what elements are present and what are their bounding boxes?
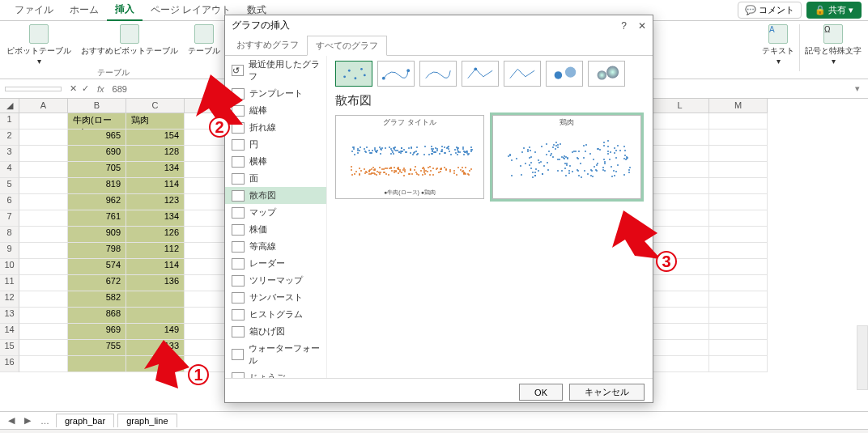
radar-icon [232, 258, 245, 270]
col-A[interactable]: A [19, 99, 68, 113]
cat-surface[interactable]: 等高線 [225, 238, 326, 255]
col-L[interactable]: L [651, 99, 709, 113]
table-icon [194, 24, 214, 44]
tab-insert[interactable]: 挿入 [107, 0, 143, 21]
sheet-more[interactable]: … [37, 416, 53, 426]
chart-preview-1[interactable]: グラフ タイトル ●牛肉(ロース) ●鶏肉 [335, 115, 484, 199]
recommended-pivot-button[interactable]: おすすめピボットテーブル [81, 24, 178, 66]
cell-B1[interactable]: 牛肉(ロース) [68, 113, 126, 129]
pivot-table-button[interactable]: ピボットテーブル▾ [6, 24, 71, 66]
surface-icon [232, 241, 245, 253]
corner[interactable]: ◢ [0, 99, 19, 113]
sheet-tabs: ◀ ▶ … graph_bar graph_line [0, 411, 868, 429]
col-B[interactable]: B [68, 99, 126, 113]
sheet-prev[interactable]: ◀ [5, 415, 18, 426]
scatter-subtypes [335, 61, 645, 87]
cat-scatter[interactable]: 散布図 [225, 187, 326, 204]
boxplot-icon [232, 326, 245, 337]
cat-radar[interactable]: レーダー [225, 255, 326, 272]
subtype-bubble-3d[interactable] [588, 61, 625, 87]
dialog-tabs: おすすめグラフ すべてのグラフ [225, 36, 653, 56]
svg-point-6 [406, 69, 410, 72]
group-label-tables: テーブル [97, 67, 130, 79]
table-button[interactable]: テーブル [188, 24, 220, 66]
svg-point-8 [555, 71, 563, 79]
table-label: テーブル [188, 45, 220, 57]
preview1-title: グラフ タイトル [336, 116, 483, 129]
text-button[interactable]: Aテキスト▾ [762, 24, 794, 66]
row-1[interactable]: 1 [0, 113, 19, 129]
fx-cancel[interactable]: ✕ [70, 83, 77, 94]
svg-point-7 [474, 67, 477, 70]
cell-A1[interactable] [19, 113, 68, 129]
sunburst-icon [232, 292, 245, 304]
svg-point-9 [565, 66, 576, 77]
subtype-scatter-lines[interactable] [504, 61, 541, 87]
name-box[interactable] [5, 87, 62, 91]
formula-value[interactable]: 689 [113, 84, 127, 94]
cat-sunburst[interactable]: サンバースト [225, 289, 326, 306]
dialog-tab-all[interactable]: すべてのグラフ [307, 36, 387, 56]
cat-waterfall[interactable]: ウォーターフォール [225, 340, 326, 369]
sheet-tab-graph-line[interactable]: graph_line [117, 414, 177, 427]
insert-chart-dialog: グラフの挿入 ? ✕ おすすめグラフ すべてのグラフ ↺最近使用したグラフ テン… [224, 15, 653, 403]
cat-map[interactable]: マップ [225, 204, 326, 221]
cat-recent[interactable]: ↺最近使用したグラフ [225, 56, 326, 85]
chart-preview-2[interactable]: 鶏肉 [492, 115, 641, 199]
symbol-label: 記号と特殊文字 [805, 45, 862, 57]
subtype-scatter-smooth[interactable] [419, 61, 457, 87]
comment-button[interactable]: 💬 コメント [738, 2, 802, 19]
cat-template[interactable]: テンプレート [225, 85, 326, 102]
pivot-table-icon [29, 24, 49, 44]
pivot-table-label: ピボットテーブル [6, 45, 71, 57]
vertical-scrollbar[interactable] [857, 325, 868, 390]
ok-button[interactable]: OK [519, 384, 563, 401]
subtype-bubble[interactable] [546, 61, 583, 87]
dialog-title: グラフの挿入 [232, 19, 290, 32]
cat-stock[interactable]: 株価 [225, 221, 326, 238]
map-icon [232, 207, 245, 219]
tab-file[interactable]: ファイル [6, 0, 62, 20]
ribbon-group-tables: ピボットテーブル▾ おすすめピボットテーブル テーブル テーブル [6, 24, 220, 79]
subtype-scatter[interactable] [335, 61, 372, 87]
rec-pivot-label: おすすめピボットテーブル [81, 45, 178, 57]
cat-boxplot[interactable]: 箱ひげ図 [225, 323, 326, 340]
cat-histogram[interactable]: ヒストグラム [225, 306, 326, 323]
scatter-section-title: 散布図 [335, 93, 645, 108]
cat-pie[interactable]: 円 [225, 136, 326, 153]
subtype-scatter-smooth-markers[interactable] [377, 61, 415, 87]
text-label: テキスト [762, 45, 794, 57]
cancel-button[interactable]: キャンセル [569, 384, 645, 401]
preview2-title: 鶏肉 [493, 116, 640, 129]
fx-confirm[interactable]: ✓ [82, 83, 89, 94]
cat-area[interactable]: 面 [225, 170, 326, 187]
sheet-tab-graph-bar[interactable]: graph_bar [56, 414, 114, 427]
status-bar: 準備完了 ☆ アクセシビリティ: 検討が必要です 平均: 442.7800325… [0, 429, 868, 433]
sheet-next[interactable]: ▶ [21, 415, 34, 426]
dialog-titlebar: グラフの挿入 ? ✕ [225, 15, 653, 36]
cell-C1[interactable]: 鶏肉 [126, 113, 185, 129]
stock-icon [232, 224, 245, 236]
svg-point-10 [598, 70, 606, 79]
col-C[interactable]: C [126, 99, 185, 113]
dialog-close-icon[interactable]: ✕ [638, 20, 646, 32]
cat-treemap[interactable]: ツリーマップ [225, 272, 326, 289]
fx-label[interactable]: fx [97, 84, 104, 94]
cat-line[interactable]: 折れ線 [225, 119, 326, 136]
waterfall-icon [232, 349, 244, 360]
cat-bar[interactable]: 横棒 [225, 153, 326, 170]
cat-column[interactable]: 縦棒 [225, 102, 326, 119]
symbol-button[interactable]: Ω記号と特殊文字▾ [805, 24, 862, 66]
tab-home[interactable]: ホーム [62, 0, 107, 20]
histogram-icon [232, 309, 245, 321]
omega-icon: Ω [823, 24, 843, 44]
column-icon [232, 105, 245, 117]
formula-bar-expand-icon[interactable]: ▾ [855, 83, 860, 94]
dialog-help-icon[interactable]: ? [621, 20, 627, 32]
col-M[interactable]: M [709, 99, 768, 113]
subtype-scatter-lines-markers[interactable] [462, 61, 499, 87]
svg-point-3 [360, 68, 363, 70]
share-button[interactable]: 🔒 共有 ▾ [806, 2, 862, 19]
cat-funnel[interactable]: じょうご [225, 369, 326, 378]
dialog-tab-recommended[interactable]: おすすめグラフ [228, 36, 307, 55]
